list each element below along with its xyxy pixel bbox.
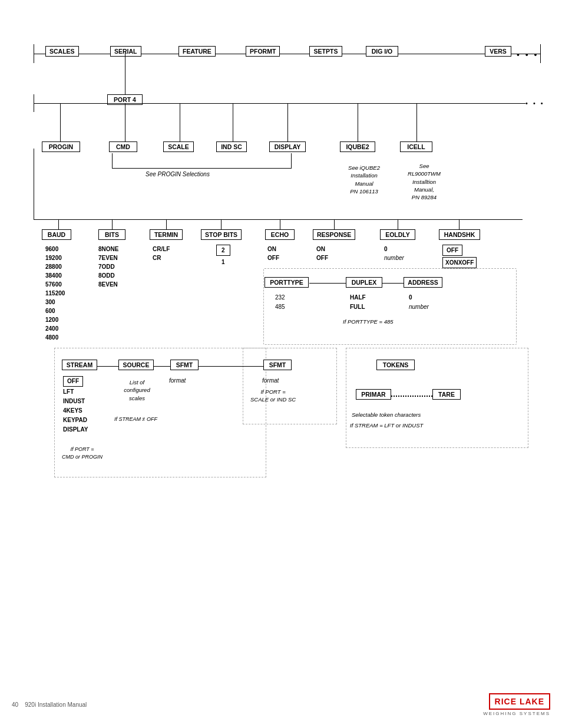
dot-connector: [391, 396, 432, 397]
sfmt2-if: If PORT =SCALE or IND SC: [250, 388, 296, 404]
box-setpts: SETPTS: [309, 46, 342, 57]
box-digio: DIG I/O: [366, 46, 398, 57]
box-vers: VERS: [485, 46, 511, 57]
sfmt1-format: format: [169, 377, 186, 384]
page-number: 40: [12, 701, 18, 708]
diagram-area: SCALES SERIAL FEATURE PFORMT SETPTS DIG …: [16, 12, 546, 495]
footer: 40 920i Installation Manual RICE LAKE WE…: [12, 693, 550, 716]
box-address: ADDRESS: [404, 277, 442, 288]
box-scale: SCALE: [163, 141, 194, 152]
source-note: List ofconfiguredscales: [115, 378, 159, 402]
box-porttype: PORTTYPE: [265, 277, 309, 288]
box-echo: ECHO: [265, 229, 295, 240]
handshk-values: OFF XONXOFF: [442, 245, 477, 268]
stream-note: If PORT =CMD or PROGIN: [62, 446, 103, 460]
dots-row2: • • •: [525, 100, 545, 107]
stream-values: OFF LFT INDUST 4KEYS KEYPAD DISPLAY: [63, 376, 88, 434]
stopbits-values: 2 1: [216, 245, 230, 267]
box-eoldly: EOLDLY: [380, 229, 415, 240]
selectable-token-text: Selectable token characters: [352, 411, 421, 418]
logo-text: RICE LAKE: [489, 693, 550, 710]
box-baud: BAUD: [42, 229, 71, 240]
termin-values: CR/LFCR: [153, 245, 170, 262]
box-pformt: PFORMT: [246, 46, 280, 57]
box-icell: ICELL: [400, 141, 432, 152]
baud-values: 9600192002880038400576001152003006001200…: [45, 245, 65, 342]
box-feature: FEATURE: [178, 46, 216, 57]
box-cmd: CMD: [109, 141, 137, 152]
box-handshk: HANDSHK: [439, 229, 480, 240]
box-termin: TERMIN: [150, 229, 183, 240]
see-rl9000-text: SeeRL9000TWMInstalltionManual,PN 89284: [398, 162, 451, 201]
see-progin-text: See PROGIN Selections: [146, 171, 210, 177]
if-stream-lft-text: If STREAM = LFT or INDUST: [350, 422, 423, 429]
echo-values: ONOFF: [267, 245, 279, 262]
duplex-values: HALFFULL: [350, 293, 366, 312]
box-tokens: TOKENS: [376, 360, 415, 370]
box-tare: TARE: [432, 389, 461, 400]
see-iqube2-text: See iQUBE2InstallationManualPN 106113: [338, 164, 391, 195]
footer-text: 40 920i Installation Manual: [12, 701, 87, 708]
box-stopbits: STOP BITS: [201, 229, 242, 240]
page: SCALES SERIAL FEATURE PFORMT SETPTS DIG …: [0, 0, 562, 728]
bits-values: 8NONE7EVEN7ODD8ODD8EVEN: [98, 245, 118, 289]
porttype-values: 232485: [275, 293, 285, 312]
box-stream: STREAM: [62, 360, 97, 370]
response-values: ONOFF: [316, 245, 328, 262]
eoldly-values: 0 number: [384, 245, 404, 262]
box-display: DISPLAY: [269, 141, 306, 152]
box-duplex: DUPLEX: [346, 277, 382, 288]
if-porttype-text: If PORTTYPE = 485: [343, 318, 394, 325]
box-bits: BITS: [98, 229, 125, 240]
box-serial: SERIAL: [110, 46, 141, 57]
box-progin: PROGIN: [42, 141, 80, 152]
box-sfmt2: SFMT: [263, 360, 292, 370]
dots-row1: • • •: [517, 50, 538, 60]
box-response: RESPONSE: [313, 229, 355, 240]
address-values: 0 number: [409, 293, 429, 312]
box-source: SOURCE: [118, 360, 154, 370]
box-scales: SCALES: [45, 46, 79, 57]
logo-sub: WEIGHING SYSTEMS: [483, 711, 550, 716]
sfmt2-format: format: [262, 377, 279, 384]
doc-title: 920i Installation Manual: [25, 701, 87, 708]
if-stream-off-text: If STREAM ≠ OFF: [114, 416, 157, 422]
box-indsc: IND SC: [216, 141, 247, 152]
box-primar: PRIMAR: [356, 389, 391, 400]
footer-logo: RICE LAKE WEIGHING SYSTEMS: [483, 693, 550, 716]
box-sfmt1: SFMT: [170, 360, 199, 370]
box-iqube2: IQUBE2: [340, 141, 375, 152]
